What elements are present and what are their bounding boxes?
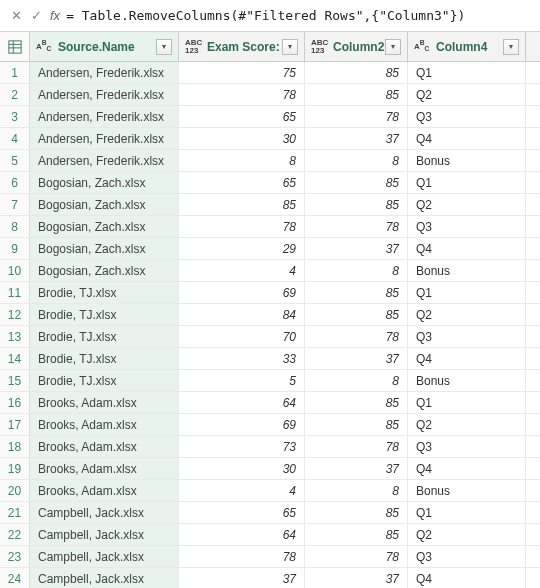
- filter-dropdown-button[interactable]: ▾: [282, 39, 298, 55]
- cell-column2[interactable]: 78: [305, 546, 408, 567]
- cell-source-name[interactable]: Bogosian, Zach.xlsx: [30, 260, 179, 281]
- cell-exam-score[interactable]: 84: [179, 304, 305, 325]
- cell-column2[interactable]: 78: [305, 106, 408, 127]
- check-icon[interactable]: ✓: [26, 6, 46, 26]
- row-number[interactable]: 18: [0, 436, 30, 457]
- cell-column4[interactable]: Q3: [408, 326, 526, 347]
- cell-column2[interactable]: 8: [305, 370, 408, 391]
- cell-column2[interactable]: 85: [305, 282, 408, 303]
- cell-exam-score[interactable]: 4: [179, 480, 305, 501]
- cell-column2[interactable]: 85: [305, 524, 408, 545]
- table-row[interactable]: 13Brodie, TJ.xlsx7078Q3: [0, 326, 540, 348]
- cell-exam-score[interactable]: 78: [179, 216, 305, 237]
- cell-exam-score[interactable]: 78: [179, 546, 305, 567]
- column-header-source-name[interactable]: ABC Source.Name ▾: [30, 32, 179, 61]
- cell-column2[interactable]: 85: [305, 502, 408, 523]
- cell-column4[interactable]: Q1: [408, 502, 526, 523]
- row-number[interactable]: 14: [0, 348, 30, 369]
- cell-column4[interactable]: Q3: [408, 546, 526, 567]
- cell-column2[interactable]: 37: [305, 568, 408, 588]
- cell-column4[interactable]: Q2: [408, 84, 526, 105]
- table-row[interactable]: 23Campbell, Jack.xlsx7878Q3: [0, 546, 540, 568]
- cell-column4[interactable]: Q3: [408, 106, 526, 127]
- table-row[interactable]: 18Brooks, Adam.xlsx7378Q3: [0, 436, 540, 458]
- cell-source-name[interactable]: Andersen, Frederik.xlsx: [30, 84, 179, 105]
- table-row[interactable]: 9Bogosian, Zach.xlsx2937Q4: [0, 238, 540, 260]
- row-number[interactable]: 11: [0, 282, 30, 303]
- table-row[interactable]: 21Campbell, Jack.xlsx6585Q1: [0, 502, 540, 524]
- cell-exam-score[interactable]: 78: [179, 84, 305, 105]
- cell-column4[interactable]: Q2: [408, 194, 526, 215]
- cell-column4[interactable]: Q3: [408, 436, 526, 457]
- cell-source-name[interactable]: Brodie, TJ.xlsx: [30, 282, 179, 303]
- row-number[interactable]: 3: [0, 106, 30, 127]
- cell-source-name[interactable]: Bogosian, Zach.xlsx: [30, 238, 179, 259]
- table-row[interactable]: 20Brooks, Adam.xlsx48Bonus: [0, 480, 540, 502]
- cell-source-name[interactable]: Brodie, TJ.xlsx: [30, 326, 179, 347]
- cell-exam-score[interactable]: 30: [179, 128, 305, 149]
- cell-source-name[interactable]: Andersen, Frederik.xlsx: [30, 150, 179, 171]
- cell-source-name[interactable]: Brooks, Adam.xlsx: [30, 480, 179, 501]
- column-header-exam-score[interactable]: ABC123 Exam Score: ▾: [179, 32, 305, 61]
- cell-source-name[interactable]: Andersen, Frederik.xlsx: [30, 128, 179, 149]
- row-number[interactable]: 21: [0, 502, 30, 523]
- table-row[interactable]: 2Andersen, Frederik.xlsx7885Q2: [0, 84, 540, 106]
- cell-exam-score[interactable]: 69: [179, 282, 305, 303]
- table-row[interactable]: 15Brodie, TJ.xlsx58Bonus: [0, 370, 540, 392]
- cell-column2[interactable]: 37: [305, 458, 408, 479]
- cell-source-name[interactable]: Campbell, Jack.xlsx: [30, 524, 179, 545]
- row-number[interactable]: 16: [0, 392, 30, 413]
- cell-column2[interactable]: 37: [305, 348, 408, 369]
- cell-column2[interactable]: 8: [305, 260, 408, 281]
- cell-exam-score[interactable]: 4: [179, 260, 305, 281]
- cancel-icon[interactable]: ✕: [6, 6, 26, 26]
- row-number[interactable]: 8: [0, 216, 30, 237]
- cell-column2[interactable]: 78: [305, 436, 408, 457]
- table-row[interactable]: 11Brodie, TJ.xlsx6985Q1: [0, 282, 540, 304]
- cell-column4[interactable]: Q1: [408, 392, 526, 413]
- cell-exam-score[interactable]: 65: [179, 172, 305, 193]
- row-number[interactable]: 12: [0, 304, 30, 325]
- formula-input[interactable]: = Table.RemoveColumns(#"Filtered Rows",{…: [66, 8, 534, 23]
- cell-column4[interactable]: Q3: [408, 216, 526, 237]
- cell-source-name[interactable]: Brooks, Adam.xlsx: [30, 392, 179, 413]
- cell-column2[interactable]: 85: [305, 172, 408, 193]
- cell-column2[interactable]: 85: [305, 304, 408, 325]
- table-row[interactable]: 3Andersen, Frederik.xlsx6578Q3: [0, 106, 540, 128]
- cell-column4[interactable]: Q1: [408, 62, 526, 83]
- cell-column4[interactable]: Q4: [408, 238, 526, 259]
- row-number[interactable]: 10: [0, 260, 30, 281]
- cell-exam-score[interactable]: 65: [179, 502, 305, 523]
- column-header-column4[interactable]: ABC Column4 ▾: [408, 32, 526, 61]
- cell-exam-score[interactable]: 75: [179, 62, 305, 83]
- table-row[interactable]: 14Brodie, TJ.xlsx3337Q4: [0, 348, 540, 370]
- cell-exam-score[interactable]: 85: [179, 194, 305, 215]
- cell-source-name[interactable]: Bogosian, Zach.xlsx: [30, 216, 179, 237]
- cell-source-name[interactable]: Bogosian, Zach.xlsx: [30, 194, 179, 215]
- cell-column4[interactable]: Q4: [408, 348, 526, 369]
- cell-exam-score[interactable]: 64: [179, 524, 305, 545]
- row-number[interactable]: 1: [0, 62, 30, 83]
- row-number[interactable]: 7: [0, 194, 30, 215]
- select-all-corner[interactable]: [0, 32, 30, 61]
- cell-column2[interactable]: 78: [305, 326, 408, 347]
- cell-column4[interactable]: Q2: [408, 524, 526, 545]
- table-row[interactable]: 4Andersen, Frederik.xlsx3037Q4: [0, 128, 540, 150]
- cell-source-name[interactable]: Andersen, Frederik.xlsx: [30, 62, 179, 83]
- table-row[interactable]: 5Andersen, Frederik.xlsx88Bonus: [0, 150, 540, 172]
- cell-column2[interactable]: 85: [305, 62, 408, 83]
- cell-exam-score[interactable]: 70: [179, 326, 305, 347]
- table-row[interactable]: 22Campbell, Jack.xlsx6485Q2: [0, 524, 540, 546]
- cell-source-name[interactable]: Brooks, Adam.xlsx: [30, 414, 179, 435]
- cell-exam-score[interactable]: 5: [179, 370, 305, 391]
- row-number[interactable]: 4: [0, 128, 30, 149]
- table-row[interactable]: 17Brooks, Adam.xlsx6985Q2: [0, 414, 540, 436]
- cell-exam-score[interactable]: 73: [179, 436, 305, 457]
- cell-column2[interactable]: 37: [305, 128, 408, 149]
- filter-dropdown-button[interactable]: ▾: [385, 39, 401, 55]
- cell-exam-score[interactable]: 65: [179, 106, 305, 127]
- table-row[interactable]: 12Brodie, TJ.xlsx8485Q2: [0, 304, 540, 326]
- row-number[interactable]: 5: [0, 150, 30, 171]
- cell-column4[interactable]: Q2: [408, 304, 526, 325]
- cell-column4[interactable]: Q1: [408, 172, 526, 193]
